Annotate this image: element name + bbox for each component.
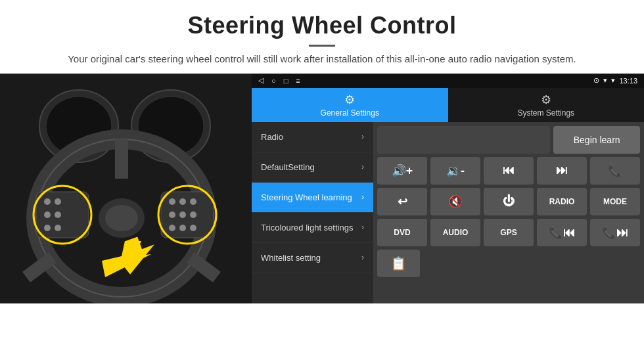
gear-settings-icon: ⚙ <box>344 93 355 107</box>
status-indicators: ⊙ ▾ ▾ 13:13 <box>593 76 637 85</box>
chevron-right-icon: › <box>361 132 364 141</box>
phone-button[interactable]: 📞 <box>590 157 640 185</box>
audio-button[interactable]: AUDIO <box>430 219 480 246</box>
page-title: Steering Wheel Control <box>13 12 631 39</box>
system-settings-icon: ⚙ <box>541 93 551 107</box>
svg-point-20 <box>44 225 51 231</box>
page-header: Steering Wheel Control Your original car… <box>0 0 644 74</box>
svg-point-24 <box>190 198 196 205</box>
clock: 13:13 <box>619 77 637 85</box>
menu-item-tricoloured[interactable]: Tricoloured light settings › <box>252 213 373 243</box>
location-icon: ⊙ <box>593 76 599 85</box>
mute-button[interactable]: 🔇 <box>430 188 480 215</box>
chevron-right-icon: › <box>361 192 364 202</box>
page-subtitle: Your original car's steering wheel contr… <box>13 52 631 67</box>
menu-whitelist-label: Whitelist setting <box>261 253 321 263</box>
svg-point-29 <box>179 225 186 231</box>
svg-point-27 <box>190 211 196 218</box>
tab-bar: ⚙ General Settings ⚙ System Settings <box>252 88 644 122</box>
svg-point-17 <box>55 198 61 205</box>
svg-point-18 <box>44 211 51 218</box>
mode-button[interactable]: MODE <box>590 188 640 215</box>
svg-point-25 <box>169 211 175 218</box>
file-button[interactable]: 📋 <box>377 250 420 277</box>
row-call-controls: ↩ 🔇 ⏻ RADIO MODE <box>377 188 640 215</box>
chevron-right-icon: › <box>361 253 364 262</box>
svg-point-23 <box>179 198 186 205</box>
content-area: Radio › DefaultSetting › Steering Wheel … <box>252 122 644 303</box>
svg-point-26 <box>179 211 186 218</box>
menu-panel: Radio › DefaultSetting › Steering Wheel … <box>252 122 373 303</box>
svg-point-19 <box>55 211 61 218</box>
nav-back-icon[interactable]: ◁ <box>258 76 264 85</box>
svg-point-11 <box>105 205 138 231</box>
title-divider <box>309 45 335 47</box>
menu-item-whitelist[interactable]: Whitelist setting › <box>252 243 373 273</box>
chevron-right-icon: › <box>361 162 364 171</box>
tel-prev-button[interactable]: 📞⏮ <box>537 219 587 246</box>
nav-home-icon[interactable]: ○ <box>271 77 276 85</box>
row-file: 📋 <box>377 250 640 277</box>
dvd-button[interactable]: DVD <box>377 219 427 246</box>
svg-point-16 <box>44 198 51 205</box>
menu-item-radio[interactable]: Radio › <box>252 122 373 152</box>
car-image-area <box>0 74 252 303</box>
menu-item-steering[interactable]: Steering Wheel learning › <box>252 183 373 213</box>
row-source-controls: DVD AUDIO GPS 📞⏮ 📞⏭ <box>377 219 640 246</box>
prev-button[interactable]: ⏮ <box>484 157 534 185</box>
begin-learn-button[interactable]: Begin learn <box>553 126 640 154</box>
next-button[interactable]: ⏭ <box>537 157 587 185</box>
menu-tricoloured-label: Tricoloured light settings <box>261 223 353 233</box>
vol-up-icon: 🔊+ <box>392 164 413 178</box>
svg-point-21 <box>55 225 61 231</box>
main-content: ◁ ○ □ ≡ ⊙ ▾ ▾ 13:13 ⚙ General Settings ⚙… <box>0 74 644 303</box>
radio-button[interactable]: RADIO <box>537 188 587 215</box>
svg-point-22 <box>169 198 175 205</box>
nav-square-icon[interactable]: □ <box>284 77 288 85</box>
empty-input-field <box>377 126 550 154</box>
svg-point-30 <box>190 225 196 231</box>
chevron-right-icon: › <box>361 223 364 232</box>
vol-down-button[interactable]: 🔉- <box>430 157 480 185</box>
status-bar: ◁ ○ □ ≡ ⊙ ▾ ▾ 13:13 <box>252 74 644 88</box>
tab-general-label: General Settings <box>321 108 379 118</box>
controls-panel: Begin learn 🔊+ 🔉- ⏮ ⏭ 📞 ↩ <box>373 122 644 303</box>
power-button[interactable]: ⏻ <box>484 188 534 215</box>
signal-icon: ▾ <box>603 76 607 85</box>
vol-up-button[interactable]: 🔊+ <box>377 157 427 185</box>
menu-default-label: DefaultSetting <box>261 162 315 172</box>
svg-point-28 <box>169 225 175 231</box>
gps-button[interactable]: GPS <box>484 219 534 246</box>
row-media-controls: 🔊+ 🔉- ⏮ ⏭ 📞 <box>377 157 640 185</box>
tab-general[interactable]: ⚙ General Settings <box>252 88 448 122</box>
tab-system-label: System Settings <box>517 108 574 118</box>
tab-system[interactable]: ⚙ System Settings <box>448 88 645 122</box>
menu-steering-label: Steering Wheel learning <box>261 192 352 202</box>
wifi-icon: ▾ <box>611 76 615 85</box>
tel-next-button[interactable]: 📞⏭ <box>590 219 640 246</box>
menu-radio-label: Radio <box>261 132 283 142</box>
nav-buttons: ◁ ○ □ ≡ <box>258 76 300 85</box>
vol-down-icon: 🔉- <box>446 164 465 178</box>
hang-up-button[interactable]: ↩ <box>377 188 427 215</box>
row-begin-learn: Begin learn <box>377 126 640 154</box>
menu-item-default[interactable]: DefaultSetting › <box>252 152 373 183</box>
android-ui: ◁ ○ □ ≡ ⊙ ▾ ▾ 13:13 ⚙ General Settings ⚙… <box>252 74 644 303</box>
nav-menu-icon[interactable]: ≡ <box>296 77 300 85</box>
